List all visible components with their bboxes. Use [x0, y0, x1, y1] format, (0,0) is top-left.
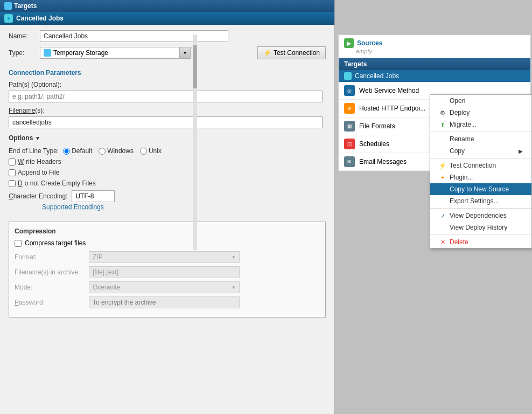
targets-icon — [4, 2, 12, 10]
deploy-icon: ⚙ — [439, 109, 446, 116]
ctx-migrate-label: Migrate... — [450, 121, 477, 128]
open-icon — [439, 97, 446, 105]
test-connection-icon: ⚡ — [439, 162, 446, 169]
type-select-inner: Temporary Storage — [40, 48, 179, 58]
ctx-deploy-label: Deploy — [450, 109, 470, 116]
compress-checkbox-row: Compress target files — [15, 239, 320, 247]
sources-title-row: ▶ Sources — [344, 38, 525, 48]
copy-to-new-source-icon — [439, 185, 446, 193]
ctx-open[interactable]: Open — [430, 95, 531, 107]
name-input[interactable] — [40, 30, 228, 42]
format-select[interactable]: ZIP ▼ — [89, 251, 240, 263]
ctx-test-connection[interactable]: ⚡ Test Connection — [430, 160, 531, 171]
filenames-label: Filename(s): — [9, 107, 326, 114]
schedules-inner-icon: ◫ — [347, 141, 352, 147]
sources-title: Sources — [357, 39, 382, 47]
cancelled-jobs-row[interactable]: Cancelled Jobs — [339, 70, 530, 82]
no-empty-files-label[interactable]: Do not Create Empty Files — [9, 180, 96, 187]
conn-params-header: Connection Parameters — [9, 69, 326, 77]
form-area: Name: Type: Temporary Storage ▼ ⚡ Test C… — [0, 25, 334, 69]
scrollbar[interactable] — [193, 34, 197, 250]
ctx-rename[interactable]: Rename — [430, 133, 531, 145]
rename-icon — [439, 135, 446, 143]
eol-default-text: Default — [72, 147, 92, 155]
test-conn-icon: ⚡ — [263, 49, 271, 57]
eol-unix-label[interactable]: Unix — [140, 147, 162, 155]
sources-icon: ▶ — [344, 38, 354, 48]
write-headers-label[interactable]: Write Headers — [9, 158, 61, 165]
ctx-migrate[interactable]: ⬆ Migrate... — [430, 119, 531, 130]
supported-encodings-link[interactable]: Supported Encodings — [42, 203, 326, 211]
name-label: Name: — [9, 32, 36, 40]
type-dropdown-arrow[interactable]: ▼ — [179, 47, 190, 58]
archive-filename-row: Filename(s) in archive: — [15, 266, 320, 278]
options-title[interactable]: Options — [9, 134, 326, 142]
ctx-test-conn-label: Test Connection — [450, 162, 496, 169]
deps-icon: ↗ — [439, 212, 446, 219]
web-service-inner-icon: ◎ — [347, 88, 352, 93]
options-label: Options — [9, 134, 33, 142]
archive-filename-input[interactable] — [89, 266, 240, 278]
context-menu: Open ⚙ Deploy ⬆ Migrate... Rename Copy ▶… — [430, 94, 532, 249]
compress-label[interactable]: Compress target files — [25, 239, 86, 247]
ctx-rename-label: Rename — [450, 135, 474, 143]
ctx-copy[interactable]: Copy ▶ — [430, 145, 531, 157]
file-formats-icon: ▦ — [344, 121, 355, 132]
eol-unix-text: Unix — [149, 147, 162, 155]
append-to-file-checkbox[interactable] — [9, 169, 16, 176]
type-select[interactable]: Temporary Storage ▼ — [40, 47, 191, 59]
append-to-file-text: Append to File — [18, 169, 59, 176]
delete-icon: ✕ — [439, 238, 446, 246]
compress-checkbox[interactable] — [15, 240, 22, 247]
password-u: P — [15, 299, 19, 306]
ctx-plugin-label: Plugin... — [450, 174, 473, 181]
char-enc-label: Character Encoding: — [9, 192, 67, 200]
ctx-delete[interactable]: ✕ Delete — [430, 236, 531, 248]
ctx-copy-to-new-source-label: Copy to New Source — [450, 185, 509, 193]
no-empty-files-row: Do not Create Empty Files — [9, 180, 326, 187]
scrollbar-thumb[interactable] — [193, 45, 197, 88]
filenames-label-rest: (s): — [35, 107, 44, 114]
test-connection-button[interactable]: ⚡ Test Connection — [257, 46, 326, 59]
compression-title: Compression — [15, 227, 320, 235]
write-headers-row: Write Headers — [9, 158, 326, 165]
ctx-separator-1 — [430, 132, 531, 132]
ctx-view-deploy-history[interactable]: View Deploy History — [430, 222, 531, 233]
hosted-http-inner-icon: ⊕ — [347, 106, 352, 111]
mode-row: Mode: Overwrite ▼ — [15, 281, 320, 293]
ctx-export-settings[interactable]: Export Settings... — [430, 195, 531, 207]
password-rest: assword: — [19, 299, 45, 306]
ctx-separator-3 — [430, 208, 531, 209]
no-empty-files-checkbox[interactable] — [9, 180, 16, 187]
db-icon: ● — [4, 14, 13, 23]
password-input[interactable] — [89, 296, 240, 308]
ctx-open-label: Open — [450, 97, 465, 105]
ctx-view-deps-label: View Dependencies — [450, 212, 507, 219]
format-label: Format: — [15, 253, 85, 261]
ctx-deploy[interactable]: ⚙ Deploy — [430, 107, 531, 119]
eol-windows-radio[interactable] — [99, 148, 106, 155]
panel-subtitle: Cancelled Jobs — [16, 15, 64, 22]
paths-input[interactable] — [9, 91, 323, 102]
ctx-copy-to-new-source[interactable]: Copy to New Source — [430, 183, 531, 195]
filenames-input[interactable] — [9, 116, 323, 128]
mode-value: Overwrite — [93, 284, 120, 291]
cancelled-jobs-icon — [344, 72, 352, 80]
mode-select[interactable]: Overwrite ▼ — [89, 281, 240, 293]
char-enc-input[interactable] — [72, 190, 115, 202]
append-to-file-label[interactable]: Append to File — [9, 169, 59, 176]
type-icon — [44, 49, 51, 57]
type-label: Type: — [9, 49, 36, 57]
web-service-icon: ◎ — [344, 85, 355, 96]
eol-unix-radio[interactable] — [140, 148, 147, 155]
ctx-plugin[interactable]: ✦ Plugin... — [430, 171, 531, 183]
left-panel: Targets ● Cancelled Jobs Name: Type: Tem… — [0, 0, 335, 414]
eol-windows-label[interactable]: Windows — [99, 147, 134, 155]
write-headers-checkbox[interactable] — [9, 158, 16, 165]
format-value: ZIP — [93, 253, 103, 261]
eol-default-label[interactable]: Default — [63, 147, 92, 155]
ctx-delete-label: Delete — [450, 238, 468, 246]
ctx-separator-2 — [430, 158, 531, 158]
ctx-view-dependencies[interactable]: ↗ View Dependencies — [430, 210, 531, 222]
eol-default-radio[interactable] — [63, 148, 70, 155]
